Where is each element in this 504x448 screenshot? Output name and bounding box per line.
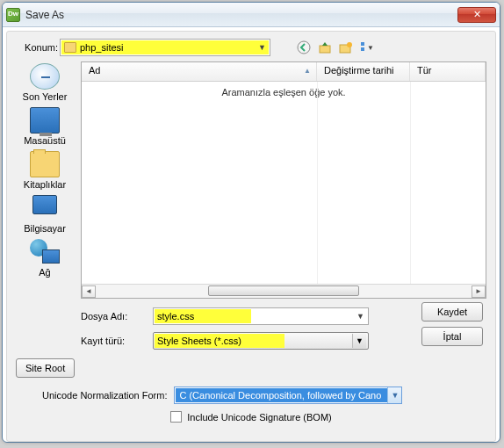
- horizontal-scrollbar[interactable]: ◄ ►: [82, 284, 486, 298]
- scroll-right-button[interactable]: ►: [472, 285, 486, 298]
- svg-point-3: [347, 42, 352, 47]
- file-list: Ad Değiştirme tarihi Tür Aramanızla eşle…: [81, 61, 486, 299]
- column-divider: [317, 82, 318, 284]
- empty-message: Aramanızla eşleşen öğe yok.: [82, 87, 486, 98]
- scroll-left-button[interactable]: ◄: [82, 285, 96, 298]
- places-sidebar: Son Yerler Masaüstü Kitaplıklar Bilgisay…: [16, 61, 74, 299]
- cancel-button[interactable]: İptal: [421, 327, 483, 346]
- chevron-down-icon[interactable]: ▼: [387, 387, 401, 403]
- location-combobox[interactable]: php_sitesi ▼: [60, 39, 270, 56]
- sidebar-item-recent[interactable]: Son Yerler: [18, 63, 71, 102]
- location-row: Konum: php_sitesi ▼ ▼: [16, 39, 486, 56]
- svg-rect-4: [361, 42, 364, 46]
- column-divider: [410, 82, 411, 284]
- location-value: php_sitesi: [80, 42, 124, 53]
- network-icon: [30, 239, 60, 265]
- column-header-name[interactable]: Ad: [82, 62, 317, 81]
- computer-icon: [30, 195, 60, 221]
- folder-icon: [64, 42, 76, 53]
- bom-checkbox-row: Include Unicode Signature (BOM): [16, 411, 486, 423]
- save-button[interactable]: Kaydet: [421, 302, 483, 322]
- back-icon[interactable]: [297, 40, 311, 54]
- filename-fields: Dosya Adı: style.css ▼ Kayıt türü: Style…: [16, 307, 486, 350]
- nav-toolbar: ▼: [297, 40, 374, 54]
- close-button[interactable]: ✕: [457, 7, 496, 23]
- filename-input[interactable]: style.css ▼: [153, 307, 369, 325]
- column-header-modified[interactable]: Değiştirme tarihi: [317, 62, 410, 81]
- sidebar-item-desktop[interactable]: Masaüstü: [18, 107, 71, 146]
- filename-value: style.css: [157, 311, 194, 322]
- chevron-down-icon[interactable]: ▼: [352, 334, 366, 348]
- column-header-type[interactable]: Tür: [410, 62, 486, 81]
- chevron-down-icon[interactable]: ▼: [258, 43, 266, 52]
- bom-checkbox[interactable]: [170, 411, 182, 423]
- bottom-panel: Site Root Unicode Normalization Form: C …: [16, 358, 486, 423]
- location-label: Konum:: [16, 42, 58, 53]
- scroll-track[interactable]: [96, 285, 472, 298]
- sidebar-item-label: Ağ: [18, 267, 71, 278]
- svg-rect-1: [320, 46, 330, 53]
- savetype-value: Style Sheets (*.css): [157, 336, 241, 346]
- new-folder-icon[interactable]: [339, 40, 353, 54]
- main-area: Son Yerler Masaüstü Kitaplıklar Bilgisay…: [16, 61, 486, 299]
- scroll-thumb[interactable]: [208, 285, 358, 296]
- sidebar-item-computer[interactable]: Bilgisayar: [18, 195, 71, 234]
- sidebar-item-network[interactable]: Ağ: [18, 239, 71, 278]
- savetype-label: Kayıt türü:: [81, 336, 144, 346]
- site-root-button[interactable]: Site Root: [16, 358, 75, 378]
- save-as-dialog: Save As ✕ Konum: php_sitesi ▼: [2, 2, 500, 443]
- up-one-level-icon[interactable]: [318, 40, 332, 54]
- recent-places-icon: [30, 63, 60, 90]
- app-icon: [6, 8, 20, 22]
- libraries-icon: [30, 151, 60, 177]
- unicode-form-label: Unicode Normalization Form:: [42, 390, 167, 401]
- view-menu-icon[interactable]: ▼: [360, 40, 374, 54]
- file-list-body[interactable]: Aramanızla eşleşen öğe yok.: [82, 82, 486, 284]
- titlebar: Save As ✕: [3, 3, 500, 27]
- savetype-combobox[interactable]: Style Sheets (*.css) ▼: [153, 332, 369, 350]
- sidebar-item-label: Bilgisayar: [18, 223, 71, 234]
- window-title: Save As: [25, 9, 457, 21]
- chevron-down-icon[interactable]: ▼: [356, 312, 364, 321]
- column-headers: Ad Değiştirme tarihi Tür: [82, 62, 486, 82]
- sidebar-item-label: Kitaplıklar: [18, 179, 71, 190]
- desktop-icon: [30, 107, 60, 134]
- unicode-form-value: C (Canonical Decomposition, followed by …: [176, 388, 387, 402]
- sidebar-item-label: Son Yerler: [18, 91, 71, 102]
- svg-rect-6: [361, 47, 364, 51]
- sidebar-item-libraries[interactable]: Kitaplıklar: [18, 151, 71, 190]
- svg-point-0: [298, 41, 310, 54]
- dialog-body: Konum: php_sitesi ▼ ▼: [6, 31, 496, 442]
- unicode-form-combobox[interactable]: C (Canonical Decomposition, followed by …: [174, 387, 402, 404]
- action-buttons: Kaydet İptal: [421, 302, 483, 346]
- filename-label: Dosya Adı:: [81, 311, 144, 322]
- bom-checkbox-label: Include Unicode Signature (BOM): [187, 412, 331, 423]
- sidebar-item-label: Masaüstü: [18, 135, 71, 146]
- unicode-form-row: Unicode Normalization Form: C (Canonical…: [16, 387, 486, 404]
